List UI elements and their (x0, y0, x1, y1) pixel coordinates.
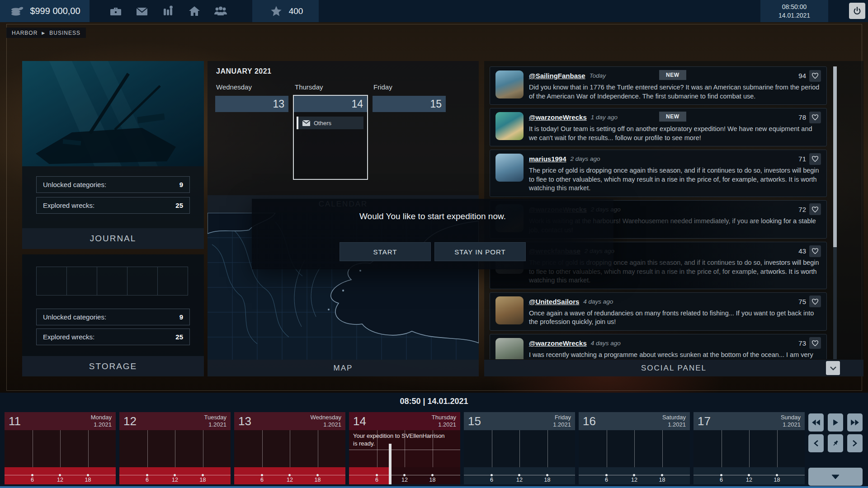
start-button[interactable]: START (340, 242, 431, 261)
hour-label: 6 (146, 477, 149, 483)
play-button[interactable] (828, 413, 843, 432)
reputation-display[interactable]: 400 (252, 0, 319, 22)
heart-icon (811, 298, 819, 305)
calendar-weekday: Thursday (295, 83, 323, 91)
pin-button[interactable] (828, 434, 843, 452)
social-post[interactable]: @UnitedSailors 4 days ago 75 Once again … (490, 292, 827, 331)
social-post[interactable]: marius1994 2 days ago 71 The price of go… (490, 150, 827, 197)
timeline-day-card[interactable]: 13 Wednesday 1.2021 6 12 18 (234, 412, 345, 484)
post-username[interactable]: @warzoneWrecks (529, 113, 587, 121)
post-username[interactable]: marius1994 (529, 155, 566, 163)
timeline-day-weekday: Tuesday (204, 414, 226, 421)
timeline-day-weekday: Monday (91, 414, 112, 421)
timeline-day-card[interactable]: 12 Tuesday 1.2021 6 12 18 (119, 412, 231, 484)
social-scrollbar[interactable] (833, 66, 837, 359)
chevron-right-icon (852, 440, 858, 447)
storage-slot[interactable] (66, 267, 97, 296)
power-icon (852, 6, 862, 16)
breadcrumb: HARBOR ▶ BUSINESS (6, 28, 86, 38)
storage-slot[interactable] (97, 267, 127, 296)
post-time: 4 days ago (583, 298, 613, 305)
power-button[interactable] (849, 3, 865, 19)
timeline-day-card-current[interactable]: 14 Thursday 1.2021 Your expedition to SV… (349, 412, 460, 484)
scrollbar-thumb[interactable] (833, 66, 837, 247)
money-display[interactable]: $999 000,00 (0, 0, 90, 22)
post-text: It is today! Our team is setting off on … (529, 125, 821, 142)
calendar-day-13[interactable]: 13 (215, 96, 288, 112)
timeline-day-number: 16 (583, 414, 596, 428)
social-title-bar[interactable]: SOCIAL PANEL (484, 360, 863, 376)
like-button[interactable] (809, 296, 821, 307)
mail-icon[interactable] (134, 3, 150, 19)
storage-slot[interactable] (36, 267, 67, 296)
journal-stat-row: Explored wrecks: 25 (36, 197, 190, 214)
like-button[interactable] (809, 203, 821, 215)
post-username[interactable]: @UnitedSailors (529, 298, 579, 305)
social-post[interactable]: @SailingFanbase Today NEW 94 Did you kno… (490, 66, 827, 105)
calendar-day-15[interactable]: 15 (373, 96, 446, 112)
briefcase-icon[interactable] (108, 3, 124, 19)
social-post[interactable]: @warzoneWrecks 1 day ago NEW 78 It is to… (490, 108, 827, 146)
stat-label: Explored wrecks: (43, 333, 94, 341)
timeline-day-weekday: Saturday (662, 414, 686, 421)
hour-label: 18 (429, 477, 436, 483)
map-icon[interactable] (160, 3, 176, 19)
breadcrumb-harbor[interactable]: HARBOR (12, 30, 38, 36)
timeline-day-card[interactable]: 11 Monday 1.2021 6 12 18 (5, 412, 116, 484)
collapse-timeline-button[interactable] (808, 468, 863, 486)
calendar-day-number: 14 (294, 96, 367, 112)
timeline-day-card[interactable]: 16 Saturday 1.2021 6 12 18 (579, 412, 690, 484)
post-username[interactable]: @warzoneWrecks (529, 339, 587, 347)
like-button[interactable] (809, 153, 821, 165)
stat-value: 9 (179, 313, 183, 321)
storage-panel: Unlocked categories: 9 Explored wrecks: … (22, 254, 204, 376)
map-title-bar[interactable]: MAP (208, 360, 479, 376)
hour-label: 6 (375, 477, 378, 483)
journal-title-bar[interactable]: JOURNAL (22, 228, 204, 249)
timeline-day-number: 17 (698, 414, 711, 428)
collapse-social-button[interactable] (826, 361, 840, 375)
post-text: Did you know that in 1776 the Turtle ent… (529, 83, 821, 101)
storage-slot[interactable] (127, 267, 158, 296)
timeline-day-card[interactable]: 15 Friday 1.2021 6 12 18 (464, 412, 575, 484)
post-text: I was recently watching a programme abou… (529, 351, 821, 359)
home-icon[interactable] (186, 3, 203, 19)
breadcrumb-business[interactable]: BUSINESS (49, 30, 80, 36)
journal-stat-row: Unlocked categories: 9 (36, 176, 190, 193)
like-button[interactable] (809, 245, 821, 257)
next-day-button[interactable] (847, 434, 863, 452)
like-count: 71 (798, 155, 806, 163)
wreck-image (22, 61, 204, 166)
like-button[interactable] (809, 112, 821, 123)
clock-date: 14.01.2021 (778, 11, 810, 20)
social-post[interactable]: @warzoneWrecks 4 days ago 73 I was recen… (490, 334, 827, 359)
storage-slot[interactable] (157, 267, 188, 296)
hour-label: 18 (659, 477, 665, 483)
like-button[interactable] (809, 337, 821, 349)
storage-title-bar[interactable]: STORAGE (22, 356, 204, 376)
current-time-cursor[interactable] (389, 444, 392, 484)
prev-day-button[interactable] (808, 434, 824, 452)
timeline-day-year: 1.2021 (204, 421, 226, 428)
like-count: 73 (798, 339, 806, 347)
fast-forward-button[interactable] (847, 413, 863, 432)
timeline-day-card[interactable]: 17 Sunday 1.2021 6 12 18 (693, 412, 805, 484)
rewind-icon (811, 419, 821, 426)
hour-label: 12 (631, 477, 637, 483)
calendar-day-14-selected[interactable]: 14 Others (293, 95, 368, 180)
stay-in-port-button[interactable]: STAY IN PORT (434, 242, 526, 261)
post-time: 4 days ago (591, 340, 621, 347)
hour-label: 12 (401, 477, 408, 483)
people-icon[interactable] (212, 3, 229, 19)
post-time: 1 day ago (591, 114, 618, 121)
like-button[interactable] (809, 70, 821, 82)
timeline-day-weekday: Friday (553, 414, 571, 421)
avatar (495, 70, 524, 99)
timeline-day-year: 1.2021 (432, 421, 456, 428)
calendar-weekday: Friday (373, 83, 392, 91)
post-time: Today (590, 72, 606, 79)
heart-icon (811, 72, 819, 79)
post-username[interactable]: @SailingFanbase (529, 72, 585, 80)
calendar-event-others[interactable]: Others (297, 117, 363, 129)
rewind-button[interactable] (808, 413, 824, 432)
